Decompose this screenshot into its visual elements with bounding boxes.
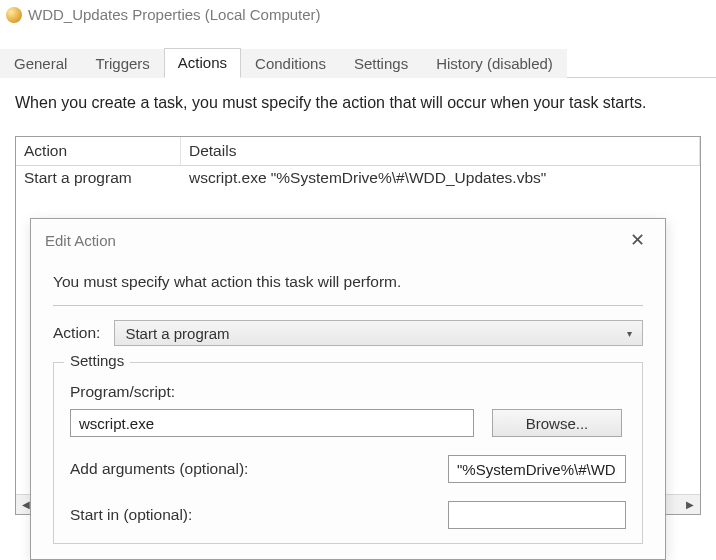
settings-group-label: Settings [64, 352, 130, 369]
tab-history[interactable]: History (disabled) [422, 49, 567, 78]
program-label: Program/script: [70, 383, 626, 401]
tab-strip: General Triggers Actions Conditions Sett… [0, 47, 716, 78]
dialog-title-text: Edit Action [45, 232, 116, 249]
tab-triggers[interactable]: Triggers [81, 49, 163, 78]
arguments-input[interactable] [448, 455, 626, 483]
settings-group: Settings Program/script: Browse... Add a… [53, 362, 643, 544]
tab-general[interactable]: General [0, 49, 81, 78]
action-label: Action: [53, 324, 100, 342]
col-header-action[interactable]: Action [16, 137, 181, 165]
scroll-right-icon[interactable]: ▶ [680, 495, 700, 514]
program-script-input[interactable] [70, 409, 474, 437]
window-title: WDD_Updates Properties (Local Computer) [28, 6, 321, 23]
table-row[interactable]: Start a program wscript.exe "%SystemDriv… [16, 166, 700, 190]
tab-actions[interactable]: Actions [164, 48, 241, 78]
dialog-title-bar: Edit Action ✕ [31, 219, 665, 261]
startin-input[interactable] [448, 501, 626, 529]
window-title-bar: WDD_Updates Properties (Local Computer) [0, 0, 716, 29]
chevron-down-icon: ▾ [627, 328, 632, 339]
startin-label: Start in (optional): [70, 506, 192, 524]
actions-list-header: Action Details [16, 137, 700, 166]
action-dropdown[interactable]: Start a program ▾ [114, 320, 643, 346]
dialog-intro-text: You must specify what action this task w… [53, 265, 643, 305]
close-icon[interactable]: ✕ [624, 229, 651, 251]
tab-settings[interactable]: Settings [340, 49, 422, 78]
actions-intro-text: When you create a task, you must specify… [15, 94, 701, 112]
edit-action-dialog: Edit Action ✕ You must specify what acti… [30, 218, 666, 560]
action-dropdown-value: Start a program [125, 325, 229, 342]
task-scheduler-icon [6, 7, 22, 23]
cell-details: wscript.exe "%SystemDrive%\#\WDD_Updates… [181, 166, 700, 190]
arguments-label: Add arguments (optional): [70, 460, 248, 478]
cell-action: Start a program [16, 166, 181, 190]
browse-button[interactable]: Browse... [492, 409, 622, 437]
tab-conditions[interactable]: Conditions [241, 49, 340, 78]
col-header-details[interactable]: Details [181, 137, 700, 165]
